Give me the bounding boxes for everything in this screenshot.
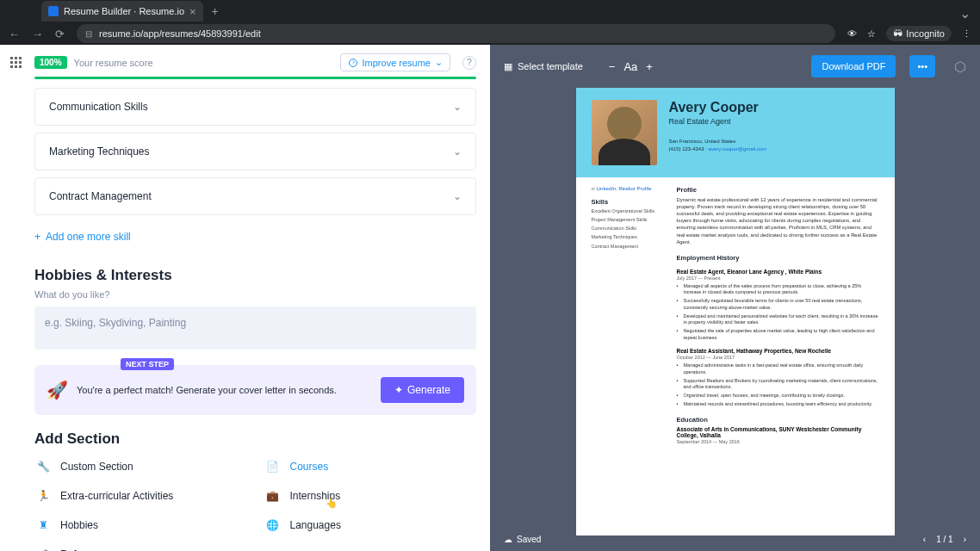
next-step-text: You're a perfect match! Generate your co… <box>77 385 372 395</box>
chevron-down-icon: ⌄ <box>435 57 443 68</box>
apps-grid-icon[interactable] <box>10 57 22 68</box>
activities-icon: 🏃 <box>34 487 52 505</box>
add-extra-activities[interactable]: 🏃Extra-curricular Activities <box>34 487 247 505</box>
add-custom-section[interactable]: 🔧Custom Section <box>34 458 247 475</box>
zoom-in-button[interactable]: + <box>646 60 653 73</box>
download-pdf-button[interactable]: Download PDF <box>811 55 896 77</box>
add-skill-link[interactable]: +Add one more skill <box>34 222 476 257</box>
cloud-icon: ☁ <box>504 535 512 544</box>
language-icon: 🌐 <box>264 517 282 534</box>
plus-icon: + <box>34 231 40 243</box>
reload-icon[interactable]: ⟳ <box>55 28 65 40</box>
forward-icon[interactable]: → <box>32 28 43 40</box>
eye-off-icon[interactable]: 👁 <box>847 28 857 39</box>
page-indicator: 1 / 1 <box>936 535 952 544</box>
refresh-icon <box>348 58 358 68</box>
next-step-card: NEXT STEP 🚀 You're a perfect match! Gene… <box>34 365 476 415</box>
site-info-icon[interactable]: ⊟ <box>85 29 92 39</box>
add-internships[interactable]: 💼Internships <box>264 487 477 505</box>
text-size-icon: Aa <box>623 60 637 73</box>
resume-links: LinkedIn, Realtor Profile <box>596 186 651 191</box>
url-text: resume.io/app/resumes/45893991/edit <box>99 28 261 39</box>
add-section-title: Add Section <box>34 430 476 448</box>
resume-email: avery.cooper@gmail.com <box>709 146 767 152</box>
grid-icon: ▦ <box>504 61 512 72</box>
favicon <box>48 6 59 16</box>
improve-resume-button[interactable]: Improve resume ⌄ <box>340 53 450 71</box>
chess-icon: ♜ <box>34 517 52 534</box>
select-template-button[interactable]: ▦ Select template <box>504 61 583 72</box>
close-tab-icon[interactable]: × <box>189 5 196 18</box>
custom-icon: 🔧 <box>34 458 52 475</box>
courses-icon: 📄 <box>264 458 282 475</box>
skill-item[interactable]: Communication Skills⌄ <box>34 88 476 126</box>
star-icon[interactable]: ☆ <box>867 28 876 40</box>
profile-text: Dynamic real estate professional with 12… <box>677 196 879 245</box>
hobbies-title: Hobbies & Interests <box>34 267 476 284</box>
zoom-out-button[interactable]: − <box>609 60 616 73</box>
hexagon-icon[interactable]: ⬡ <box>954 59 966 75</box>
next-step-badge: NEXT STEP <box>121 358 174 370</box>
chevron-down-icon[interactable]: ⌄ <box>453 101 462 113</box>
progress-bar <box>34 77 476 79</box>
hobbies-sub: What do you like? <box>34 289 476 300</box>
resume-phone: (415) 123-4343 <box>669 146 704 152</box>
resume-location: San Francisco, United States <box>669 138 767 145</box>
back-icon[interactable]: ← <box>9 28 20 40</box>
cursor-icon: 👆 <box>326 498 338 509</box>
saved-status: ☁Saved <box>504 535 541 544</box>
resume-name: Avery Cooper <box>669 100 767 115</box>
incognito-badge[interactable]: 🕶 Incognito <box>886 26 952 41</box>
score-badge: 100% <box>34 56 67 69</box>
resume-preview: Avery Cooper Real Estate Agent San Franc… <box>576 88 895 536</box>
browser-tab[interactable]: Resume Builder · Resume.io × <box>41 1 203 22</box>
tab-title: Resume Builder · Resume.io <box>64 6 184 16</box>
chevron-down-icon[interactable]: ⌄ <box>453 190 462 202</box>
add-hobbies[interactable]: ♜Hobbies <box>34 517 247 534</box>
score-label: Your resume score <box>74 58 153 68</box>
menu-icon[interactable]: ⋮ <box>962 28 971 40</box>
chevron-down-icon[interactable]: ⌄ <box>959 5 971 17</box>
sparkle-icon: ✦ <box>394 384 403 396</box>
more-options-button[interactable]: ••• <box>909 55 935 77</box>
incognito-icon: 🕶 <box>893 28 902 39</box>
prev-page-button[interactable]: ‹ <box>923 535 926 544</box>
megaphone-icon: 📣 <box>34 546 52 551</box>
generate-button[interactable]: ✦Generate <box>381 377 464 403</box>
add-references[interactable]: 📣References <box>34 546 247 551</box>
new-tab-button[interactable]: + <box>212 4 219 18</box>
next-page-button[interactable]: › <box>964 535 966 544</box>
hobbies-input[interactable]: e.g. Skiing, Skydiving, Painting <box>34 306 476 350</box>
skill-item[interactable]: Marketing Techniques⌄ <box>34 133 476 170</box>
rocket-icon: 🚀 <box>47 380 68 400</box>
briefcase-icon: 💼 <box>264 487 282 505</box>
add-courses[interactable]: 📄Courses <box>264 458 477 475</box>
avatar <box>592 100 657 165</box>
chevron-down-icon[interactable]: ⌄ <box>453 145 462 158</box>
add-languages[interactable]: 🌐Languages <box>264 517 477 534</box>
skill-item[interactable]: Contract Management⌄ <box>34 177 476 215</box>
help-icon[interactable]: ? <box>462 56 476 70</box>
resume-job-title: Real Estate Agent <box>669 117 767 126</box>
url-bar[interactable]: ⊟ resume.io/app/resumes/45893991/edit <box>77 24 835 43</box>
